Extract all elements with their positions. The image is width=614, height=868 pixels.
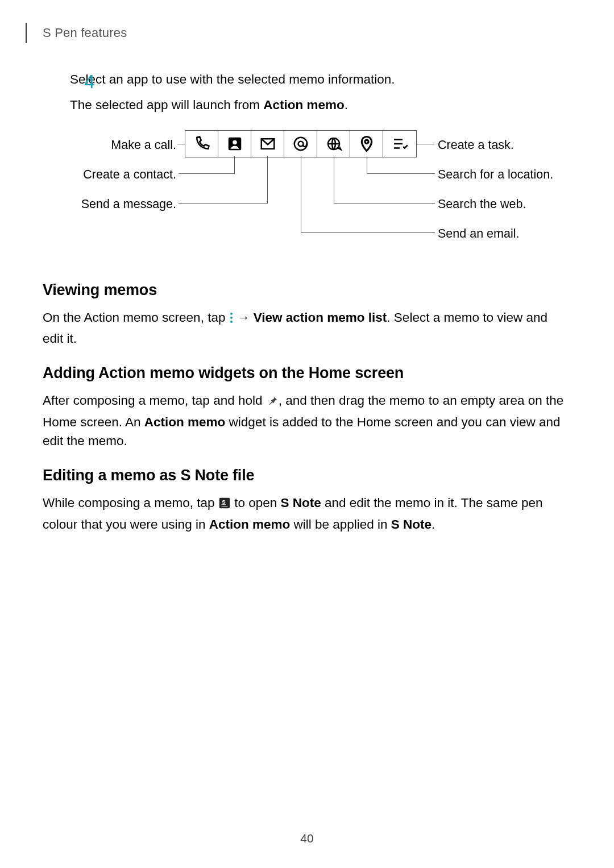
phone-icon: [185, 131, 218, 157]
pin-icon: [266, 393, 279, 413]
label-send-email: Send an email.: [438, 227, 519, 241]
para-editing-snote: While composing a memo, tap S to open S …: [43, 493, 571, 534]
text-part: While composing a memo, tap: [43, 496, 218, 510]
text-bold: Action memo: [144, 415, 226, 429]
text-part: →: [234, 310, 254, 325]
connector: [416, 144, 434, 144]
heading-viewing-memos: Viewing memos: [43, 281, 571, 299]
svg-point-9: [230, 321, 233, 323]
message-icon: [251, 131, 284, 157]
svg-point-1: [233, 140, 237, 145]
contact-icon: [218, 131, 251, 157]
label-create-task: Create a task.: [438, 138, 514, 152]
connector: [367, 156, 367, 174]
para-adding-widgets: After composing a memo, tap and hold , a…: [43, 391, 571, 451]
label-search-location: Search for a location.: [438, 168, 553, 182]
label-create-contact: Create a contact.: [57, 168, 176, 182]
step-line-1: Select an app to use with the selected m…: [70, 70, 571, 89]
connector: [301, 156, 301, 233]
para-viewing-memos: On the Action memo screen, tap → View ac…: [43, 308, 571, 348]
at-sign-icon: [284, 131, 317, 157]
text-part: to open: [231, 496, 281, 510]
label-send-message: Send a message.: [64, 197, 176, 211]
connector: [234, 156, 235, 174]
task-checklist-icon: [383, 131, 416, 157]
header-rule: [26, 23, 27, 43]
header-title: S Pen features: [43, 26, 127, 40]
text-part: will be applied in: [290, 517, 391, 531]
heading-editing-snote: Editing a memo as S Note file: [43, 467, 571, 484]
step-line-2: The selected app will launch from Action…: [70, 96, 571, 115]
text-part: The selected app will launch from: [70, 98, 263, 112]
svg-point-4: [298, 142, 303, 147]
label-make-call: Make a call.: [80, 138, 176, 152]
connector: [179, 203, 267, 203]
page-number: 40: [0, 832, 614, 845]
svg-text:S: S: [222, 499, 225, 505]
connector: [179, 173, 234, 174]
more-options-icon: [229, 310, 234, 329]
text-bold: View action memo list: [254, 310, 387, 325]
action-memo-toolbar-diagram: Make a call. Create a contact. Send a me…: [57, 130, 557, 261]
text-part: After composing a memo, tap and hold: [43, 393, 266, 408]
connector: [267, 156, 268, 203]
toolbar-icons: [185, 130, 417, 157]
connector: [177, 144, 185, 144]
text-part: On the Action memo screen, tap: [43, 310, 229, 325]
svg-point-8: [230, 317, 233, 319]
step-4: 4 Select an app to use with the selected…: [43, 70, 571, 114]
text-bold: Action memo: [263, 98, 345, 112]
connector: [301, 232, 435, 233]
text-bold: S Note: [391, 517, 432, 531]
location-pin-icon: [350, 131, 383, 157]
svg-point-3: [294, 138, 307, 151]
globe-icon: [317, 131, 350, 157]
s-note-icon: S: [218, 496, 231, 515]
svg-point-6: [364, 140, 368, 143]
text-part: .: [432, 517, 435, 531]
label-search-web: Search the web.: [438, 197, 526, 211]
text-bold: S Note: [280, 496, 321, 510]
text-bold: Action memo: [209, 517, 291, 531]
connector: [367, 173, 435, 174]
connector: [334, 203, 435, 203]
svg-point-7: [230, 313, 233, 315]
page-header: S Pen features: [43, 23, 571, 43]
step-number: 4: [84, 70, 105, 93]
heading-adding-widgets: Adding Action memo widgets on the Home s…: [43, 364, 571, 382]
connector: [334, 156, 334, 203]
text-part: .: [345, 98, 348, 112]
